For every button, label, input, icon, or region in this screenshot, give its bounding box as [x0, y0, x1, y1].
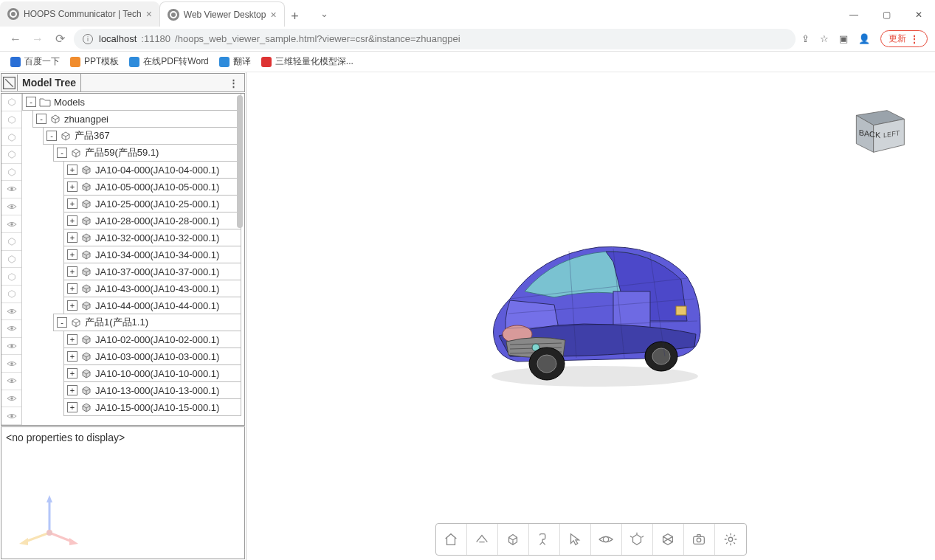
visibility-eye-icon[interactable]	[1, 320, 21, 338]
update-button[interactable]: 更新 ⋮	[880, 30, 928, 47]
site-info-icon[interactable]: i	[83, 34, 93, 44]
nav-reload-button[interactable]: ⟳	[52, 31, 68, 47]
visibility-eye-icon[interactable]	[1, 338, 21, 356]
tree-node[interactable]: +JA10-04-000(JA10-04-000.1)	[63, 161, 241, 179]
tree-node[interactable]: +JA10-02-000(JA10-02-000.1)	[63, 331, 241, 348]
visibility-column	[1, 94, 22, 425]
isolate-icon[interactable]	[1, 286, 21, 303]
close-icon[interactable]: ×	[146, 8, 152, 20]
tree-toggle-icon[interactable]: +	[67, 351, 77, 362]
isolate-icon[interactable]	[1, 268, 21, 286]
tree-node[interactable]: -产品367	[43, 127, 241, 145]
tree-toggle-icon[interactable]: +	[67, 368, 77, 378]
settings-button[interactable]	[715, 524, 746, 555]
tree-toggle-icon[interactable]: +	[67, 266, 77, 277]
tree-toggle-icon[interactable]: -	[57, 317, 67, 328]
tree-node[interactable]: +JA10-10-000(JA10-10-000.1)	[63, 364, 241, 382]
isolate-icon[interactable]	[1, 233, 21, 251]
isolate-icon[interactable]	[1, 128, 21, 146]
tree-node[interactable]: +JA10-25-000(JA10-25-000.1)	[63, 195, 241, 212]
tree-node[interactable]: -Models	[22, 94, 241, 111]
tree-node[interactable]: -产品59(产品59.1)	[53, 144, 241, 162]
tree-toggle-icon[interactable]: +	[67, 385, 77, 395]
svg-point-1	[10, 188, 13, 191]
visibility-eye-icon[interactable]	[1, 355, 21, 373]
window-minimize-button[interactable]: —	[838, 3, 870, 27]
profile-icon[interactable]: 👤	[858, 33, 870, 44]
window-close-button[interactable]: ✕	[903, 3, 935, 27]
annotate-button[interactable]	[529, 524, 560, 555]
tree-scrollbar[interactable]	[237, 95, 243, 228]
snapshot-button[interactable]	[684, 524, 715, 555]
tree-node[interactable]: +JA10-15-000(JA10-15-000.1)	[63, 398, 241, 416]
tree-toggle-icon[interactable]: -	[46, 131, 57, 141]
tree-node[interactable]: +JA10-37-000(JA10-37-000.1)	[63, 263, 241, 280]
panel-menu-icon[interactable]: ⋮	[223, 77, 244, 89]
navigation-cube[interactable]: BACK LEFT	[846, 102, 913, 157]
tree-node[interactable]: +JA10-28-000(JA10-28-000.1)	[63, 212, 241, 229]
tree-toggle-icon[interactable]: +	[67, 283, 77, 294]
tree-toggle-icon[interactable]: +	[67, 198, 77, 209]
tree-node[interactable]: -zhuangpei	[32, 110, 241, 128]
model-tree[interactable]: -Models-zhuangpei-产品367-产品59(产品59.1)+JA1…	[22, 94, 244, 425]
tree-toggle-icon[interactable]: +	[67, 215, 77, 226]
window-maximize-button[interactable]: ▢	[870, 3, 903, 27]
tree-node[interactable]: -产品1(产品1.1)	[53, 314, 241, 331]
part-icon	[80, 266, 92, 277]
orbit-button[interactable]	[591, 524, 622, 555]
tree-node[interactable]: +JA10-03-000(JA10-03-000.1)	[63, 348, 241, 365]
visibility-eye-icon[interactable]	[1, 181, 21, 198]
tree-toggle-icon[interactable]: +	[67, 182, 77, 192]
nav-back-button[interactable]: ←	[7, 31, 24, 47]
visibility-eye-icon[interactable]	[1, 390, 21, 408]
tree-toggle-icon[interactable]: +	[67, 232, 77, 243]
visibility-eye-icon[interactable]	[1, 303, 21, 321]
nav-forward-button[interactable]: →	[30, 31, 46, 47]
tree-node[interactable]: +JA10-05-000(JA10-05-000.1)	[63, 178, 241, 196]
visibility-eye-icon[interactable]	[1, 215, 21, 233]
bookmark-item[interactable]: 翻译	[219, 55, 251, 68]
tree-node[interactable]: +JA10-13-000(JA10-13-000.1)	[63, 381, 241, 399]
tree-node[interactable]: +JA10-34-000(JA10-34-000.1)	[63, 246, 241, 263]
home-button[interactable]	[436, 524, 467, 555]
visibility-eye-icon[interactable]	[1, 198, 21, 216]
camera-mode-button[interactable]	[467, 524, 498, 555]
isolate-icon[interactable]	[1, 146, 21, 164]
share-icon[interactable]: ⇪	[801, 33, 810, 44]
render-mode-button[interactable]	[498, 524, 529, 555]
extensions-icon[interactable]: ▣	[839, 33, 848, 44]
isolate-icon[interactable]	[1, 111, 21, 129]
select-button[interactable]	[560, 524, 591, 555]
browser-tab-0[interactable]: HOOPS Communicator | Tech ×	[0, 1, 159, 27]
bookmark-item[interactable]: 三维轻量化模型深...	[261, 55, 353, 68]
tree-toggle-icon[interactable]: -	[36, 114, 46, 124]
cutplane-button[interactable]	[653, 524, 684, 555]
tree-node[interactable]: +JA10-44-000(JA10-44-000.1)	[63, 297, 241, 314]
tree-toggle-icon[interactable]: +	[67, 300, 77, 311]
tree-toggle-icon[interactable]: +	[67, 334, 77, 345]
close-icon[interactable]: ×	[270, 9, 276, 21]
tree-node[interactable]: +JA10-43-000(JA10-43-000.1)	[63, 280, 241, 297]
isolate-icon[interactable]	[1, 94, 21, 111]
panel-collapse-icon[interactable]	[1, 75, 18, 91]
url-input[interactable]: i localhost:11180/hoops_web_viewer_sampl…	[74, 29, 796, 49]
tree-toggle-icon[interactable]: -	[57, 148, 67, 158]
tabs-overflow-icon[interactable]: ⌄	[320, 8, 328, 19]
tree-toggle-icon[interactable]: +	[67, 402, 77, 412]
explode-button[interactable]	[622, 524, 653, 555]
new-tab-button[interactable]: +	[285, 6, 306, 27]
bookmark-item[interactable]: 在线PDF转Word	[129, 55, 208, 68]
star-icon[interactable]: ☆	[820, 33, 829, 44]
browser-tab-1[interactable]: Web Viewer Desktop ×	[159, 1, 285, 27]
isolate-icon[interactable]	[1, 251, 21, 269]
3d-viewport[interactable]: BACK LEFT	[246, 72, 935, 560]
bookmark-item[interactable]: PPT模板	[70, 55, 119, 68]
tree-toggle-icon[interactable]: -	[26, 97, 36, 107]
visibility-eye-icon[interactable]	[1, 407, 21, 425]
bookmark-item[interactable]: 百度一下	[10, 55, 60, 68]
tree-toggle-icon[interactable]: +	[67, 165, 77, 175]
visibility-eye-icon[interactable]	[1, 373, 21, 390]
tree-toggle-icon[interactable]: +	[67, 249, 77, 260]
isolate-icon[interactable]	[1, 164, 21, 182]
tree-node[interactable]: +JA10-32-000(JA10-32-000.1)	[63, 229, 241, 246]
